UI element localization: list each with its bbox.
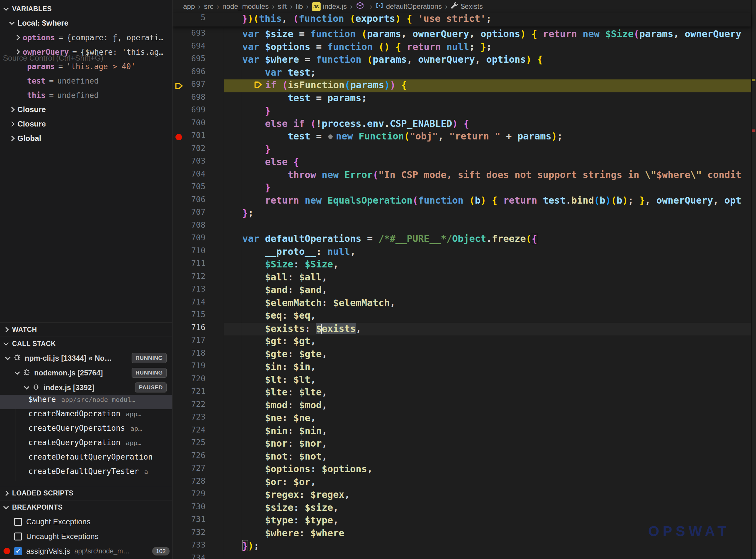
stack-frame-createQueryOperation[interactable]: createQueryOperationapp… xyxy=(0,438,172,452)
code-line-718[interactable]: 718 $gte: $gte, xyxy=(173,348,751,361)
code-line-722[interactable]: 722 $mod: $mod, xyxy=(173,400,751,412)
code-line-698[interactable]: 698 test = params; xyxy=(173,92,751,105)
breadcrumb-item[interactable]: lib xyxy=(296,2,303,10)
code-line-693[interactable]: 693var $size = function (params, ownerQu… xyxy=(173,28,751,41)
stack-frame-createDefaultQueryOperation[interactable]: createDefaultQueryOperation xyxy=(0,452,172,467)
glyph-margin[interactable] xyxy=(173,272,187,285)
code-line-711[interactable]: 711 $Size: $Size, xyxy=(173,259,751,272)
code-line-724[interactable]: 724 $nin: $nin, xyxy=(173,425,751,438)
glyph-margin[interactable] xyxy=(173,502,187,515)
code-line-723[interactable]: 723 $ne: $ne, xyxy=(173,412,751,425)
code-line-716[interactable]: 716 $exists: $exists, xyxy=(173,323,751,336)
code-line-695[interactable]: 695var $where = function (params, ownerQ… xyxy=(173,54,751,67)
debug-session-row[interactable]: index.js [3392]PAUSED xyxy=(0,380,172,395)
code-line-720[interactable]: 720 $lt: $lt, xyxy=(173,374,751,387)
code-line-697[interactable]: 697 if (isFunction(params)) { xyxy=(173,80,751,92)
breakpoint-checkbox[interactable] xyxy=(14,518,22,526)
glyph-margin[interactable] xyxy=(173,400,187,412)
glyph-margin[interactable] xyxy=(173,80,187,92)
glyph-margin[interactable] xyxy=(173,143,187,157)
code-line-702[interactable]: 702 } xyxy=(173,143,751,157)
scope-row-closure[interactable]: Closure xyxy=(0,117,172,131)
watch-section-header[interactable]: WATCH xyxy=(0,322,172,337)
glyph-margin[interactable] xyxy=(173,246,187,259)
code-line-733[interactable]: 733}); xyxy=(173,540,751,553)
debug-session-row[interactable]: npm-cli.js [13344] « No…RUNNING xyxy=(0,351,172,365)
scope-row-global[interactable]: Global xyxy=(0,131,172,146)
code-line-721[interactable]: 721 $lte: $lte, xyxy=(173,386,751,400)
breakpoint-checkbox[interactable]: ✓ xyxy=(14,547,22,555)
code-line-714[interactable]: 714 $elemMatch: $elemMatch, xyxy=(173,297,751,310)
code-line-703[interactable]: 703 else { xyxy=(173,156,751,169)
breadcrumb-item[interactable]: app xyxy=(183,2,195,10)
breadcrumb-item[interactable]: JSindex.js xyxy=(312,2,347,11)
breadcrumb-item[interactable]: $exists xyxy=(451,2,483,11)
glyph-margin[interactable] xyxy=(173,156,187,169)
glyph-margin[interactable] xyxy=(173,323,187,336)
code-line-729[interactable]: 729 $regex: $regex, xyxy=(173,489,751,502)
scope-local-row[interactable]: Local: $where xyxy=(0,16,172,30)
code-line-727[interactable]: 727 $options: $options, xyxy=(173,463,751,476)
glyph-margin[interactable] xyxy=(173,28,187,41)
stack-frame-$where[interactable]: $whereapp/src/node_modul… xyxy=(0,395,172,409)
breakpoint-row[interactable]: ✓assignVals.jsapp\src\node_m…102 xyxy=(0,544,172,558)
scope-row-closure[interactable]: Closure xyxy=(0,103,172,117)
glyph-margin[interactable] xyxy=(173,335,187,348)
code-line-696[interactable]: 696 var test; xyxy=(173,67,751,80)
glyph-margin[interactable] xyxy=(173,195,187,208)
code-line-728[interactable]: 728 $or: $or, xyxy=(173,476,751,489)
code-editor[interactable]: app›src›node_modules›sift›lib›JSindex.js… xyxy=(173,0,756,559)
breadcrumb-item[interactable]: node_modules xyxy=(222,2,268,10)
stack-frame-createDefaultQueryTester[interactable]: createDefaultQueryTestera xyxy=(0,467,172,481)
glyph-margin[interactable] xyxy=(173,540,187,553)
code-line-734[interactable]: 734 xyxy=(173,553,751,559)
glyph-margin[interactable] xyxy=(173,54,187,67)
code-line-699[interactable]: 699 } xyxy=(173,105,751,118)
code-area[interactable]: 693var $size = function (params, ownerQu… xyxy=(173,26,751,559)
glyph-margin[interactable] xyxy=(173,220,187,233)
breakpoint-checkbox[interactable] xyxy=(14,533,22,540)
glyph-margin[interactable] xyxy=(173,412,187,425)
glyph-margin[interactable] xyxy=(173,207,187,220)
breadcrumb-item[interactable]: defaultOperations xyxy=(375,1,441,12)
variable-row-this[interactable]: this=undefined xyxy=(0,88,172,103)
glyph-margin[interactable] xyxy=(173,425,187,438)
breadcrumb-item[interactable]: src xyxy=(204,2,213,10)
breadcrumb-item[interactable] xyxy=(356,1,367,12)
breadcrumb-item[interactable]: sift xyxy=(278,2,287,10)
glyph-margin[interactable] xyxy=(173,284,187,297)
stack-frame-createNamedOperation[interactable]: createNamedOperationapp… xyxy=(0,409,172,424)
glyph-margin[interactable] xyxy=(173,105,187,118)
code-line-694[interactable]: 694var $options = function () { return n… xyxy=(173,41,751,54)
glyph-margin[interactable] xyxy=(173,310,187,323)
code-line-700[interactable]: 700 else if (!process.env.CSP_ENABLED) { xyxy=(173,118,751,131)
glyph-margin[interactable] xyxy=(173,131,187,143)
variable-row-options[interactable]: options={compare: ƒ, operati… xyxy=(0,30,172,45)
glyph-margin[interactable] xyxy=(173,67,187,80)
glyph-margin[interactable] xyxy=(173,297,187,310)
debug-session-row[interactable]: nodemon.js [25764]RUNNING xyxy=(0,365,172,380)
glyph-margin[interactable] xyxy=(173,182,187,195)
glyph-margin[interactable] xyxy=(173,476,187,489)
code-line-704[interactable]: 704 throw new Error("In CSP mode, sift d… xyxy=(173,169,751,182)
breakpoint-dot-icon[interactable] xyxy=(175,134,182,140)
glyph-margin[interactable] xyxy=(173,259,187,272)
glyph-margin[interactable] xyxy=(173,169,187,182)
code-line-710[interactable]: 710 __proto__: null, xyxy=(173,246,751,259)
glyph-margin[interactable] xyxy=(173,118,187,131)
editor-scrollbar[interactable] xyxy=(751,0,756,559)
code-line-707[interactable]: 707}; xyxy=(173,207,751,220)
code-line-726[interactable]: 726 $not: $not, xyxy=(173,451,751,464)
glyph-margin[interactable] xyxy=(173,528,187,540)
code-line-709[interactable]: 709var defaultOperations = /*#__PURE__*/… xyxy=(173,233,751,246)
breakpoint-row[interactable]: Uncaught Exceptions xyxy=(0,529,172,544)
glyph-margin[interactable] xyxy=(173,438,187,451)
variable-row-params[interactable]: params='this.age > 40' xyxy=(0,59,172,73)
code-line-715[interactable]: 715 $eq: $eq, xyxy=(173,310,751,323)
code-line-725[interactable]: 725 $nor: $nor, xyxy=(173,438,751,451)
glyph-margin[interactable] xyxy=(173,515,187,528)
code-line-706[interactable]: 706 return new EqualsOperation(function … xyxy=(173,195,751,208)
stack-frame-createQueryOperations[interactable]: createQueryOperationsap… xyxy=(0,424,172,438)
glyph-margin[interactable] xyxy=(173,233,187,246)
loaded-scripts-section-header[interactable]: LOADED SCRIPTS xyxy=(0,486,172,500)
